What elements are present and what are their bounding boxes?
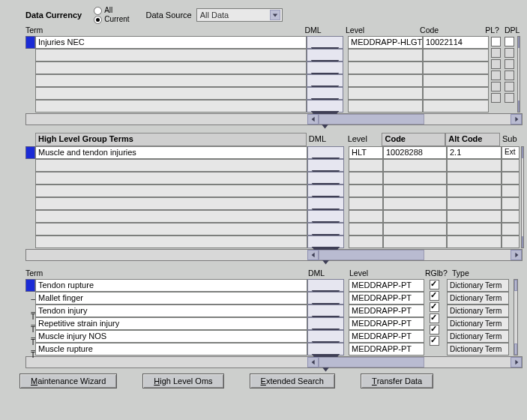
code-cell[interactable] [423, 100, 489, 112]
level-cell[interactable] [348, 74, 423, 87]
sub-cell[interactable] [502, 184, 520, 197]
radio-all[interactable] [94, 7, 102, 15]
dml-select[interactable] [307, 304, 344, 317]
grid1-vscroll[interactable] [517, 36, 520, 112]
term-cell[interactable]: Injuries NEC [35, 36, 307, 49]
term-cell[interactable]: Mallet finger [35, 292, 307, 304]
level-cell[interactable]: HLT [349, 146, 383, 159]
level-cell[interactable] [349, 236, 383, 248]
alt-cell[interactable] [447, 159, 502, 172]
dpl-checkbox[interactable] [505, 37, 514, 46]
maintenance-wizard-button[interactable]: Maintenance Wizard [19, 374, 117, 388]
grid2-vscroll[interactable] [521, 146, 524, 248]
term-cell[interactable]: Muscle injury NOS [35, 330, 307, 343]
rglb-checkbox[interactable] [430, 325, 439, 334]
sub-cell[interactable] [502, 210, 520, 223]
scroll-right-icon[interactable] [511, 114, 522, 124]
pl-checkbox[interactable] [491, 82, 501, 92]
pl-checkbox[interactable] [491, 37, 501, 46]
sub-cell[interactable] [502, 197, 520, 210]
code-cell[interactable] [383, 184, 447, 197]
dml-select[interactable] [307, 49, 343, 62]
alt-cell[interactable]: 2.1 [447, 146, 502, 159]
term-cell[interactable] [35, 172, 307, 184]
dml-select[interactable] [307, 159, 344, 172]
scroll-up-icon[interactable] [514, 280, 517, 291]
pl-checkbox[interactable] [491, 93, 501, 103]
alt-cell[interactable] [447, 197, 502, 210]
scroll-left-icon[interactable] [307, 250, 319, 260]
code-cell[interactable] [383, 159, 447, 172]
level-cell[interactable]: MEDDRAPP-PT [349, 317, 424, 330]
scroll-right-icon[interactable] [511, 250, 522, 260]
scroll-up-icon[interactable] [518, 37, 520, 48]
term-cell[interactable]: Muscle rupture [35, 343, 307, 356]
level-cell[interactable] [348, 49, 423, 62]
pl-checkbox[interactable] [491, 70, 501, 80]
grid3-hscroll[interactable] [25, 356, 523, 368]
scroll-left-icon[interactable] [307, 357, 319, 368]
term-cell[interactable] [35, 236, 307, 248]
dml-select[interactable] [307, 236, 344, 248]
level-cell[interactable] [349, 197, 383, 210]
dml-select[interactable] [307, 62, 343, 74]
dml-select[interactable] [307, 87, 343, 100]
high-level-oms-button[interactable]: High Level Oms [142, 374, 223, 388]
level-cell[interactable] [349, 172, 383, 184]
alt-cell[interactable] [447, 236, 502, 248]
term-cell[interactable] [35, 100, 307, 112]
type-select[interactable]: Dictionary Term [447, 304, 509, 317]
scroll-left-icon[interactable] [307, 114, 319, 124]
term-cell[interactable] [35, 223, 307, 236]
dml-select[interactable] [307, 210, 344, 223]
code-cell[interactable] [383, 210, 447, 223]
scroll-up-icon[interactable] [522, 147, 523, 158]
level-cell[interactable]: MEDDRAPP-HLGT [348, 36, 423, 49]
alt-cell[interactable] [447, 184, 502, 197]
dml-select[interactable] [307, 223, 344, 236]
term-cell[interactable]: Tendon rupture [35, 279, 307, 292]
code-cell[interactable] [383, 236, 447, 248]
level-cell[interactable]: MEDDRAPP-PT [349, 343, 424, 356]
term-cell[interactable]: Tendon injury [35, 304, 307, 317]
rglb-checkbox[interactable] [430, 280, 439, 290]
scroll-down-icon[interactable] [514, 344, 517, 355]
dml-select[interactable] [307, 36, 343, 49]
alt-cell[interactable] [447, 210, 502, 223]
code-cell[interactable] [423, 74, 489, 87]
dpl-checkbox[interactable] [505, 59, 514, 69]
dml-select[interactable] [307, 74, 343, 87]
sub-cell[interactable] [502, 159, 520, 172]
level-cell[interactable]: MEDDRAPP-PT [349, 279, 424, 292]
level-cell[interactable] [348, 87, 423, 100]
term-cell[interactable] [35, 159, 307, 172]
sub-cell[interactable] [502, 223, 520, 236]
code-cell[interactable] [423, 49, 489, 62]
dml-select[interactable] [307, 184, 344, 197]
dml-select[interactable] [307, 343, 344, 356]
level-cell[interactable] [349, 223, 383, 236]
grid1-hscroll[interactable] [25, 113, 523, 125]
term-cell[interactable]: Repetitive strain injury [35, 317, 307, 330]
transfer-data-button[interactable]: Transfer Data [361, 374, 433, 388]
code-cell[interactable]: 10028288 [383, 146, 447, 159]
scroll-down-icon[interactable] [518, 100, 520, 112]
rglb-checkbox[interactable] [430, 314, 439, 323]
dml-select[interactable] [307, 146, 344, 159]
pl-checkbox[interactable] [491, 48, 501, 58]
code-cell[interactable] [383, 223, 447, 236]
sub-cell[interactable]: Ext [502, 146, 520, 159]
term-cell[interactable] [35, 210, 307, 223]
dml-select[interactable] [307, 317, 344, 330]
extended-search-button[interactable]: Extended Search [250, 374, 335, 388]
type-select[interactable]: Dictionary Term [447, 343, 509, 356]
code-cell[interactable] [423, 87, 489, 100]
sub-cell[interactable] [502, 172, 520, 184]
row-marker[interactable] [25, 146, 35, 159]
dml-select[interactable] [307, 197, 344, 210]
grid3-vscroll[interactable] [514, 279, 518, 356]
dml-select[interactable] [307, 330, 344, 343]
pl-checkbox[interactable] [491, 59, 501, 69]
radio-current[interactable] [94, 16, 102, 24]
dml-select[interactable] [307, 279, 344, 292]
